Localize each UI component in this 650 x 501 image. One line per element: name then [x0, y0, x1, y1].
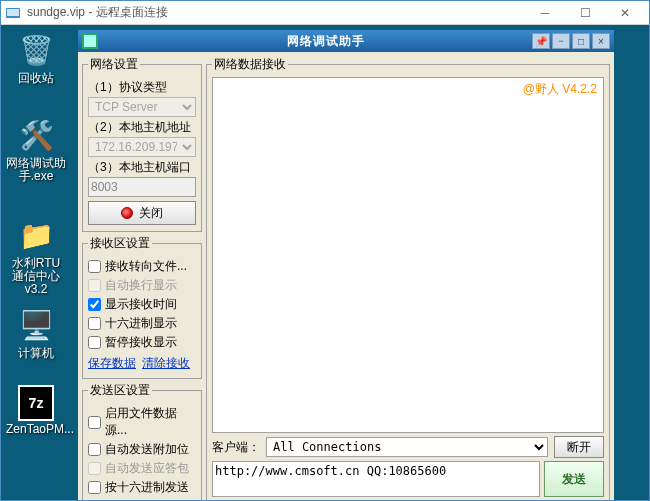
rdp-title-text: sundge.vip - 远程桌面连接 — [27, 4, 525, 21]
rdp-window: sundge.vip - 远程桌面连接 ─ ☐ ✕ 🗑️回收站 🛠️网络调试助手… — [0, 0, 650, 501]
recv-textarea[interactable]: @野人 V4.2.2 — [212, 77, 604, 433]
send-period-check[interactable]: 发送周期ms — [88, 498, 196, 500]
app-icon — [82, 33, 98, 49]
rdp-close-button[interactable]: ✕ — [605, 3, 645, 23]
recv-check-2[interactable]: 显示接收时间 — [88, 296, 196, 313]
client-select[interactable]: All Connections — [266, 437, 548, 457]
send-check-0[interactable]: 启用文件数据源... — [88, 405, 196, 439]
send-textarea[interactable] — [212, 461, 540, 497]
host-label: （2）本地主机地址 — [88, 119, 196, 136]
app-pin-button[interactable]: 📌 — [532, 33, 550, 49]
port-label: （3）本地主机端口 — [88, 159, 196, 176]
rdp-titlebar[interactable]: sundge.vip - 远程桌面连接 ─ ☐ ✕ — [1, 1, 649, 25]
remote-desktop: 🗑️回收站 🛠️网络调试助手.exe 📁水利RTU通信中心v3.2 🖥️计算机 … — [1, 25, 649, 500]
host-select[interactable]: 172.16.209.197 — [88, 137, 196, 157]
send-settings-group: 发送区设置 启用文件数据源... 自动发送附加位 自动发送应答包 按十六进制发送… — [82, 382, 202, 500]
clear-recv-link[interactable]: 清除接收 — [142, 355, 190, 372]
proto-select[interactable]: TCP Server — [88, 97, 196, 117]
app-window: 网络调试助手 📌 － □ × 网络设置 （1）协议类型 TCP Server （… — [76, 30, 616, 500]
port-input[interactable] — [88, 177, 196, 197]
rdp-maximize-button[interactable]: ☐ — [565, 3, 605, 23]
save-data-link[interactable]: 保存数据 — [88, 355, 136, 372]
desktop-icon-computer[interactable]: 🖥️计算机 — [6, 305, 66, 360]
svg-rect-1 — [7, 9, 19, 16]
watermark: @野人 V4.2.2 — [523, 81, 597, 98]
rdp-icon — [5, 5, 21, 21]
proto-label: （1）协议类型 — [88, 79, 196, 96]
network-settings-legend: 网络设置 — [88, 56, 140, 73]
desktop-icon-7z[interactable]: 7zZenTaoPM... — [6, 385, 66, 436]
left-panel: 网络设置 （1）协议类型 TCP Server （2）本地主机地址 172.16… — [82, 56, 202, 500]
send-check-3[interactable]: 按十六进制发送 — [88, 479, 196, 496]
app-minimize-button[interactable]: － — [552, 33, 570, 49]
send-settings-legend: 发送区设置 — [88, 382, 152, 399]
recv-settings-group: 接收区设置 接收转向文件... 自动换行显示 显示接收时间 十六进制显示 暂停接… — [82, 235, 202, 379]
desktop-icon-recycle-bin[interactable]: 🗑️回收站 — [6, 30, 66, 85]
client-label: 客户端： — [212, 439, 260, 456]
app-maximize-button[interactable]: □ — [572, 33, 590, 49]
record-icon — [121, 207, 133, 219]
desktop-icon-folder[interactable]: 📁水利RTU通信中心v3.2 — [6, 215, 66, 296]
app-close-button[interactable]: × — [592, 33, 610, 49]
recv-check-4[interactable]: 暂停接收显示 — [88, 334, 196, 351]
rdp-minimize-button[interactable]: ─ — [525, 3, 565, 23]
send-check-2[interactable]: 自动发送应答包 — [88, 460, 196, 477]
close-connection-button[interactable]: 关闭 — [88, 201, 196, 225]
right-panel: 网络数据接收 @野人 V4.2.2 客户端： All Connections 断… — [206, 56, 610, 500]
recv-data-group: 网络数据接收 @野人 V4.2.2 客户端： All Connections 断… — [206, 56, 610, 500]
recv-settings-legend: 接收区设置 — [88, 235, 152, 252]
app-title-text: 网络调试助手 — [122, 33, 530, 50]
send-check-1[interactable]: 自动发送附加位 — [88, 441, 196, 458]
recv-check-0[interactable]: 接收转向文件... — [88, 258, 196, 275]
recv-data-legend: 网络数据接收 — [212, 56, 288, 73]
recv-check-3[interactable]: 十六进制显示 — [88, 315, 196, 332]
desktop-icon-net-assist[interactable]: 🛠️网络调试助手.exe — [6, 115, 66, 183]
svg-rect-3 — [84, 35, 96, 47]
network-settings-group: 网络设置 （1）协议类型 TCP Server （2）本地主机地址 172.16… — [82, 56, 202, 232]
disconnect-button[interactable]: 断开 — [554, 436, 604, 458]
send-button[interactable]: 发送 — [544, 461, 604, 497]
recv-check-1[interactable]: 自动换行显示 — [88, 277, 196, 294]
app-titlebar[interactable]: 网络调试助手 📌 － □ × — [78, 30, 614, 52]
